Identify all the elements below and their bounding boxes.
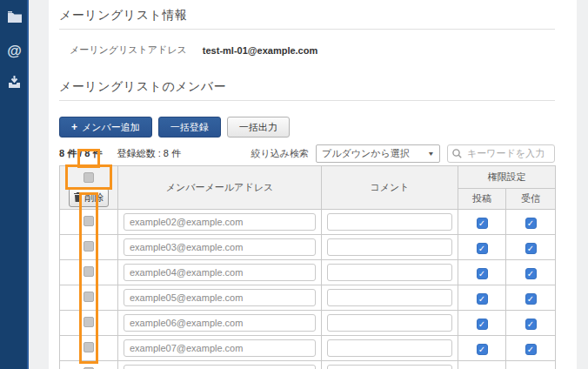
meta-row: 8 件 / 8 件 登録総数 : 8 件 絞り込み検索 プルダウンから選択 ▼ (59, 144, 555, 163)
column-header-comment: コメント (322, 166, 458, 210)
filter-dropdown[interactable]: プルダウンから選択 ▼ (316, 144, 440, 163)
filter-label: 絞り込み検索 (251, 147, 309, 160)
shown-count: 8 件 / 8 件 (59, 148, 103, 158)
row-checkbox-cell (60, 285, 118, 311)
row-select-checkbox[interactable] (84, 292, 94, 302)
column-header-post: 投稿 (458, 189, 506, 210)
row-select-checkbox[interactable] (84, 216, 94, 226)
member-email-input[interactable] (124, 213, 316, 231)
folder-icon (8, 10, 22, 26)
receive-permission-checkbox[interactable]: ✓ (525, 268, 537, 279)
filter-controls: 絞り込み検索 プルダウンから選択 ▼ (251, 144, 555, 163)
delete-header-cell: 削除 (60, 166, 118, 210)
member-comment-input[interactable] (327, 314, 452, 332)
member-row: ✓ ✓ (60, 260, 556, 285)
row-select-checkbox[interactable] (84, 342, 94, 352)
row-checkbox-cell (60, 336, 118, 361)
member-comment-input[interactable] (327, 289, 452, 306)
toolbar: + メンバー追加 一括登録 一括出力 (59, 117, 555, 138)
member-email-input[interactable] (124, 314, 316, 332)
member-row: ✓ ✓ (60, 285, 556, 311)
member-email-input[interactable] (124, 289, 316, 306)
row-checkbox-cell (60, 361, 118, 369)
plus-icon: + (71, 121, 77, 133)
receive-permission-checkbox[interactable]: ✓ (525, 319, 537, 330)
receive-permission-checkbox[interactable]: ✓ (525, 243, 537, 254)
column-header-receive: 受信 (506, 189, 556, 210)
bulk-register-button[interactable]: 一括登録 (158, 117, 221, 138)
at-icon: @ (7, 43, 22, 60)
total-count: 登録総数 : 8 件 (117, 148, 181, 158)
sidebar-item-mailinglist[interactable]: @ (0, 38, 29, 64)
member-row: ✓ ✓ (60, 336, 556, 361)
member-row: ✓ ✓ (60, 361, 556, 369)
column-header-permission: 権限設定 (458, 166, 556, 189)
member-comment-input[interactable] (327, 238, 452, 256)
keyword-search-input[interactable] (447, 144, 555, 163)
row-select-checkbox[interactable] (84, 317, 94, 327)
post-permission-checkbox[interactable]: ✓ (477, 218, 488, 229)
sidebar-item-import[interactable] (0, 70, 29, 97)
searchbox (447, 144, 555, 163)
main-panel: メーリングリスト情報 メーリングリストアドレス test-ml-01@examp… (49, 0, 577, 369)
member-row: ✓ ✓ (60, 210, 556, 235)
bulk-export-button[interactable]: 一括出力 (227, 117, 290, 138)
row-checkbox-cell (60, 260, 118, 285)
member-comment-input[interactable] (327, 339, 452, 357)
row-checkbox-cell (60, 311, 118, 336)
mailinglist-address-row: メーリングリストアドレス test-ml-01@example.com (70, 44, 555, 57)
receive-permission-checkbox[interactable]: ✓ (525, 218, 537, 229)
sidebar-item-folder[interactable] (0, 5, 29, 31)
post-permission-checkbox[interactable]: ✓ (477, 243, 488, 254)
filter-dropdown-value: プルダウンから選択 (322, 147, 410, 160)
page-title-members: メーリングリストのメンバー (59, 71, 555, 101)
receive-permission-checkbox[interactable]: ✓ (525, 293, 537, 305)
import-icon (8, 76, 21, 92)
post-permission-checkbox[interactable]: ✓ (477, 344, 488, 355)
add-member-button[interactable]: + メンバー追加 (59, 117, 152, 138)
member-table-body: ✓ ✓ ✓ ✓ ✓ (60, 210, 556, 369)
post-permission-checkbox[interactable]: ✓ (477, 268, 488, 279)
screen: @ メーリングリスト情報 メーリングリストアドレス test-ml-01@exa… (0, 0, 588, 369)
member-email-input[interactable] (124, 264, 316, 281)
page-title-info: メーリングリスト情報 (59, 0, 555, 30)
member-email-input[interactable] (124, 238, 316, 256)
column-header-email: メンバーメールアドレス (118, 166, 322, 210)
row-checkbox-cell (60, 210, 118, 235)
sidebar: @ (0, 0, 29, 369)
delete-button-label: 削除 (85, 191, 104, 205)
member-row: ✓ ✓ (60, 311, 556, 336)
address-value: test-ml-01@example.com (203, 45, 317, 56)
row-checkbox-cell (60, 235, 118, 260)
receive-permission-checkbox[interactable]: ✓ (525, 344, 537, 355)
chevron-down-icon: ▼ (427, 151, 434, 157)
delete-button[interactable]: 削除 (69, 188, 109, 207)
add-member-label: メンバー追加 (82, 121, 140, 134)
trash-icon (74, 192, 82, 204)
member-comment-input[interactable] (327, 365, 452, 369)
record-counts: 8 件 / 8 件 登録総数 : 8 件 (59, 147, 181, 160)
post-permission-checkbox[interactable]: ✓ (477, 293, 488, 305)
address-label: メーリングリストアドレス (70, 44, 187, 57)
post-permission-checkbox[interactable]: ✓ (477, 319, 488, 330)
member-table: 削除 メンバーメールアドレス コメント 権限設定 投稿 受信 (59, 165, 556, 369)
member-email-input[interactable] (124, 365, 316, 369)
member-comment-input[interactable] (327, 213, 452, 231)
member-email-input[interactable] (124, 339, 316, 357)
member-row: ✓ ✓ (60, 235, 556, 260)
row-select-checkbox[interactable] (84, 241, 94, 252)
row-select-checkbox[interactable] (84, 266, 94, 277)
select-all-checkbox[interactable] (84, 172, 94, 183)
member-comment-input[interactable] (327, 264, 452, 281)
